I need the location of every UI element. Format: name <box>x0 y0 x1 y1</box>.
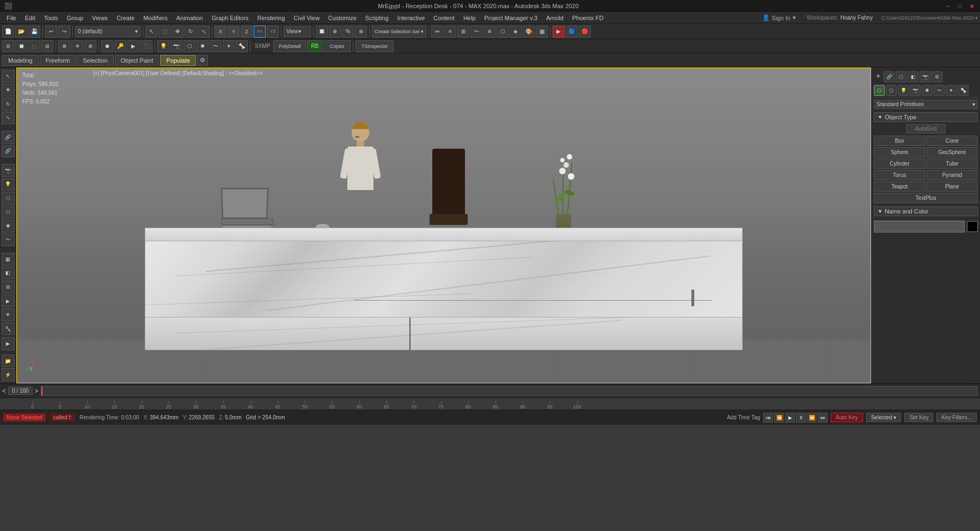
bone-btn[interactable]: 🦴 <box>236 40 248 52</box>
viewport-scene[interactable]: Total Polys: 586,810 Verts: 540,561 FPS:… <box>17 68 871 383</box>
tb2-btn3[interactable]: ⬚ <box>28 40 40 52</box>
timeline-frame[interactable]: 0 / 100 <box>8 387 33 395</box>
pb-pause[interactable]: ⏸ <box>796 413 806 423</box>
lt-motion[interactable]: ▶ <box>2 295 15 308</box>
add-time-tag-btn[interactable]: Add Time Tag <box>727 414 760 420</box>
object-paint-tab[interactable]: Object Paint <box>115 55 160 66</box>
menu-group[interactable]: Group <box>62 14 88 22</box>
rp-shape-icon[interactable]: ⬠ <box>886 85 897 96</box>
prim-torus[interactable]: Torus <box>874 170 926 180</box>
rb-btn[interactable]: RB <box>307 40 322 52</box>
align-btn[interactable]: ≡ <box>444 26 456 38</box>
scale-btn[interactable]: ⤡ <box>198 26 210 38</box>
render-prod-btn[interactable]: 🔵 <box>566 26 578 38</box>
object-btn[interactable]: ⬡ <box>183 40 195 52</box>
freeform-tab[interactable]: Freeform <box>40 55 76 66</box>
render-setup-btn[interactable]: 🎨 <box>523 26 535 38</box>
space-warp-btn[interactable]: 〜 <box>210 40 222 52</box>
rp-settings-icon[interactable]: ⚙ <box>932 71 942 82</box>
lt-space-warp[interactable]: 〜 <box>2 234 15 247</box>
lt-shape[interactable]: ⬠ <box>2 206 15 219</box>
populate-tab[interactable]: Populate <box>160 55 195 66</box>
key-filters-btn[interactable]: Key Filters... <box>936 413 977 422</box>
move-btn[interactable]: ✥ <box>171 26 183 38</box>
dope-sheet-btn[interactable]: ≋ <box>483 26 495 38</box>
prim-box[interactable]: Box <box>874 136 926 146</box>
lt-utility[interactable]: 🔧 <box>2 322 15 335</box>
rp-link-icon[interactable]: 🔗 <box>884 71 895 82</box>
tb2-btn2[interactable]: 🔲 <box>15 40 27 52</box>
render-frame-btn[interactable]: ▦ <box>536 26 548 38</box>
name-color-header[interactable]: ▼ Name and Color <box>874 206 978 216</box>
yz-btn[interactable]: YZ <box>267 26 279 38</box>
rp-light-icon[interactable]: 💡 <box>898 85 909 96</box>
curve-editor-btn[interactable]: 〜 <box>470 26 482 38</box>
prim-plane[interactable]: Plane <box>927 181 978 192</box>
lt-hierarchy[interactable]: ⊞ <box>2 280 15 294</box>
set-key-btn[interactable]: Set Key <box>904 413 933 422</box>
lt-camera[interactable]: 📷 <box>2 164 15 177</box>
lt-asset-tracking[interactable]: 📁 <box>2 355 15 368</box>
selected-dropdown[interactable]: Selected ▾ <box>866 413 902 422</box>
timeline-next[interactable]: > <box>35 387 39 395</box>
render-btn[interactable]: ▶ <box>553 26 565 38</box>
select-btn[interactable]: ↖ <box>145 26 157 38</box>
lt-play-anim[interactable]: ▶ <box>2 337 15 350</box>
pb-start[interactable]: ⏮ <box>763 413 773 423</box>
menu-graph-editors[interactable]: Graph Editors <box>207 14 253 22</box>
angle-snap-btn[interactable]: ⊕ <box>329 26 341 38</box>
maximize-button[interactable]: □ <box>956 2 964 10</box>
primitives-dropdown[interactable]: Standard Primitives ▾ <box>874 100 978 109</box>
helper-btn[interactable]: ✱ <box>197 40 209 52</box>
animate-btn[interactable]: ⏺ <box>101 40 113 52</box>
snap-btn[interactable]: 🔲 <box>316 26 328 38</box>
coptor-btn[interactable]: Coptor <box>323 40 351 52</box>
lt-display[interactable]: 👁 <box>2 308 15 321</box>
menu-scripting[interactable]: Scripting <box>361 14 393 22</box>
workspaces-value[interactable]: Hoariy Fahny <box>840 15 872 21</box>
camera-btn[interactable]: 📷 <box>170 40 182 52</box>
autogrid-checkbox[interactable]: AutoGrid <box>906 124 946 133</box>
rp-space-icon[interactable]: 〜 <box>934 85 945 96</box>
xyz-y[interactable]: Y <box>228 26 240 38</box>
rp-modifier-icon[interactable]: ◧ <box>908 71 918 82</box>
close-button[interactable]: ✕ <box>968 2 976 10</box>
lt-move[interactable]: ✥ <box>2 84 15 97</box>
set-key-btn[interactable]: 🔑 <box>114 40 126 52</box>
tsinspector-btn[interactable]: TSInspector <box>356 40 394 52</box>
transform-btn[interactable]: ⊕ <box>58 40 70 52</box>
schematic-view-btn[interactable]: ⬡ <box>497 26 509 38</box>
rp-bones-icon[interactable]: 🦴 <box>958 85 969 96</box>
xy-btn[interactable]: XY <box>254 26 266 38</box>
lt-select[interactable]: ↖ <box>2 70 15 83</box>
rp-hierarchy-icon[interactable]: ⬡ <box>896 71 906 82</box>
redo-button[interactable]: ↪ <box>58 26 70 38</box>
menu-modifiers[interactable]: Modifiers <box>139 14 172 22</box>
pb-end[interactable]: ⏭ <box>818 413 828 423</box>
populate-settings[interactable]: ⚙ <box>197 55 208 66</box>
xyz-z[interactable]: Z <box>241 26 253 38</box>
percent-snap-btn[interactable]: % <box>342 26 354 38</box>
menu-file[interactable]: File <box>2 14 21 22</box>
prim-teapot[interactable]: Teapot <box>874 181 926 192</box>
rotate-btn[interactable]: ↻ <box>185 26 197 38</box>
prim-sphere[interactable]: Sphere <box>874 147 926 157</box>
undo-button[interactable]: ↩ <box>45 26 57 38</box>
render-realtime-btn[interactable]: 🔴 <box>579 26 591 38</box>
new-button[interactable]: 📄 <box>2 26 14 38</box>
pb-next-frame[interactable]: ⏩ <box>807 413 817 423</box>
rp-particles-icon[interactable]: ✦ <box>946 85 957 96</box>
menu-views[interactable]: Views <box>88 14 112 22</box>
object-type-header[interactable]: ▼ Object Type <box>874 112 978 122</box>
selection-tab[interactable]: Selection <box>77 55 113 66</box>
lt-edit-poly[interactable]: ▦ <box>2 253 15 266</box>
pivot-btn[interactable]: ✛ <box>71 40 83 52</box>
affect-pivot-btn[interactable]: ⊗ <box>84 40 96 52</box>
menu-help[interactable]: Help <box>459 14 480 22</box>
menu-interactive[interactable]: Interactive <box>393 14 430 22</box>
material-editor-btn[interactable]: ◈ <box>510 26 522 38</box>
prim-cone[interactable]: Cone <box>927 136 978 146</box>
menu-rendering[interactable]: Rendering <box>253 14 290 22</box>
lt-geo[interactable]: ⬡ <box>2 192 15 205</box>
lt-light[interactable]: 💡 <box>2 178 15 191</box>
